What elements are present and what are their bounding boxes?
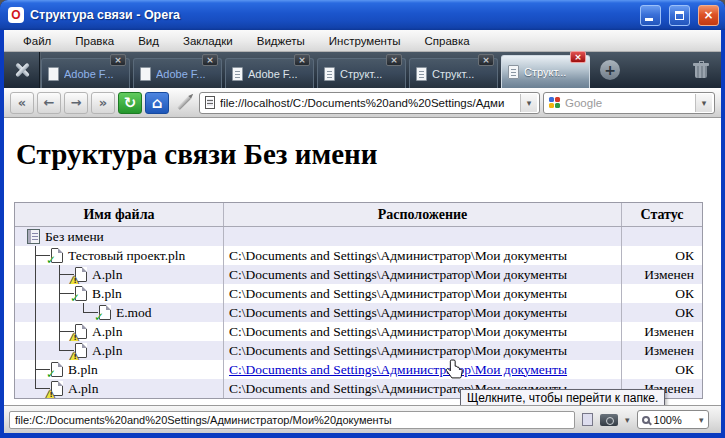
maximize-button[interactable]	[669, 5, 690, 26]
status-link-target: file:/C:/Documents%20and%20Settings/Адми…	[9, 411, 575, 429]
tab-page-icon	[140, 67, 151, 81]
tab[interactable]: Adobe F... ×	[225, 58, 314, 88]
table-row: ▲ A.pln C:\Documents and Settings\Админи…	[15, 341, 702, 360]
column-header-location: Расположение	[224, 203, 622, 226]
table-row: ✓ B.pln C:\Documents and Settings\Админи…	[15, 284, 702, 303]
file-name: B.pln	[68, 362, 98, 378]
tab[interactable]: Структ... ×	[501, 55, 590, 88]
close-button[interactable]: ×	[698, 5, 719, 26]
home-button[interactable]: ⌂	[145, 92, 169, 114]
google-icon	[549, 97, 560, 108]
page-info-icon[interactable]	[582, 413, 593, 426]
zoom-dropdown-icon[interactable]: ▾	[699, 415, 704, 425]
tab-close-button[interactable]: ×	[202, 54, 218, 66]
table-header-row: Имя файла Расположение Статус	[15, 203, 702, 227]
status-cell: Изменен	[622, 341, 702, 360]
forward-button[interactable]: →	[64, 92, 88, 114]
menu-item-файл[interactable]: Файл	[12, 32, 62, 50]
warning-mark-icon: ▲	[70, 349, 78, 360]
menu-item-справка[interactable]: Справка	[414, 32, 481, 50]
zoom-control[interactable]: 100% ▾	[637, 410, 709, 429]
location-cell: C:\Documents and Settings\Администратор\…	[224, 284, 622, 303]
new-tab-button[interactable]: +	[600, 60, 620, 80]
file-icon: ✓	[75, 286, 87, 301]
filename-cell: ✓ Тестовый проект.pln	[15, 246, 224, 265]
menubar: ФайлПравкаВидЗакладкиВиджетыИнструментыС…	[4, 30, 721, 52]
fast-forward-button[interactable]: »	[91, 92, 115, 114]
menu-item-закладки[interactable]: Закладки	[172, 32, 244, 50]
table-row: ▲ A.pln C:\Documents and Settings\Админи…	[15, 265, 702, 284]
addressbar: « ← → » ↻ ⌂ file://localhost/C:/Document…	[4, 88, 721, 118]
minimize-button[interactable]	[640, 5, 661, 26]
mouse-cursor-hand	[444, 358, 464, 386]
search-placeholder: Google	[565, 97, 690, 109]
snapshot-icon[interactable]	[600, 414, 618, 426]
search-field[interactable]: Google ▾	[543, 92, 715, 114]
tab[interactable]: Adobe F... ×	[41, 58, 130, 88]
search-dropdown-button[interactable]: ▾	[695, 94, 712, 112]
location-cell: C:\Documents and Settings\Администратор\…	[224, 303, 622, 322]
tab-label: Структ...	[340, 68, 382, 80]
address-field[interactable]: file://localhost/C:/Documents%20and%20Se…	[199, 92, 540, 114]
link-structure-table: Имя файла Расположение Статус Без имени …	[14, 202, 703, 399]
tree-lines	[25, 303, 97, 322]
snapshot-dropdown-icon[interactable]: ▾	[625, 415, 630, 425]
tab[interactable]: Adobe F... ×	[133, 58, 222, 88]
tree-lines	[25, 284, 73, 303]
table-row: ✓ B.pln C:\Documents and Settings\Админи…	[15, 360, 702, 379]
tree-lines	[25, 322, 73, 341]
table-body: Без имени ✓ Тестовый проект.pln C:\Docum…	[15, 227, 702, 398]
rewind-button[interactable]: «	[10, 92, 34, 114]
tab-page-icon	[508, 65, 519, 79]
tab-label: Adobe F...	[156, 68, 206, 80]
location-cell: C:\Documents and Settings\Администратор\…	[224, 265, 622, 284]
opera-logo-icon: O	[8, 7, 24, 23]
edit-note-button[interactable]	[172, 92, 196, 114]
window-body: ФайлПравкаВидЗакладкиВиджетыИнструментыС…	[4, 30, 721, 433]
tab-close-button[interactable]: ×	[570, 51, 586, 63]
warning-mark-icon: ▲	[70, 273, 78, 284]
location-cell: C:\Documents and Settings\Администратор\…	[224, 322, 622, 341]
menu-item-виджеты[interactable]: Виджеты	[246, 32, 316, 50]
check-mark-icon: ✓	[46, 253, 56, 265]
tab-close-button[interactable]: ×	[110, 54, 126, 66]
tab[interactable]: Структ... ×	[317, 58, 406, 88]
status-cell: Изменен	[622, 322, 702, 341]
quick-settings-button[interactable]	[4, 52, 40, 88]
location-cell: C:\Documents and Settings\Администратор\…	[224, 341, 622, 360]
back-button[interactable]: ←	[37, 92, 61, 114]
tab-close-button[interactable]: ×	[386, 54, 402, 66]
file-icon: ✓	[51, 248, 63, 263]
tree-lines	[25, 265, 73, 284]
filename-cell: Без имени	[15, 227, 224, 246]
maximize-icon	[675, 11, 684, 20]
reload-button[interactable]: ↻	[118, 92, 142, 114]
check-mark-icon: ✓	[94, 310, 104, 322]
tab-label: Adobe F...	[64, 68, 114, 80]
menu-item-правка[interactable]: Правка	[64, 32, 125, 50]
tab-page-icon	[416, 67, 427, 81]
file-icon: ▲	[75, 324, 87, 339]
column-header-status: Статус	[622, 203, 702, 226]
menu-item-инструменты[interactable]: Инструменты	[318, 32, 412, 50]
tab-label: Adobe F...	[248, 68, 298, 80]
address-dropdown-button[interactable]: ▾	[520, 94, 537, 112]
status-cell	[622, 227, 702, 246]
file-icon: ▲	[75, 343, 87, 358]
tab-close-button[interactable]: ×	[478, 54, 494, 66]
tab[interactable]: Структ... ×	[409, 58, 498, 88]
window-bottom-border	[0, 433, 725, 438]
file-name: B.pln	[92, 286, 122, 302]
location-link[interactable]: C:\Documents and Settings\Администратор\…	[229, 362, 567, 378]
file-name: Тестовый проект.pln	[68, 248, 185, 264]
pencil-icon	[177, 95, 191, 109]
table-row: ▲ A.pln C:\Documents and Settings\Админи…	[15, 322, 702, 341]
filename-cell: ✓ B.pln	[15, 284, 224, 303]
page-document-icon	[205, 96, 215, 109]
menu-item-вид[interactable]: Вид	[127, 32, 170, 50]
filename-cell: ▲ A.pln	[15, 322, 224, 341]
tab-close-button[interactable]: ×	[294, 54, 310, 66]
status-cell: Изменен	[622, 265, 702, 284]
location-cell: C:\Documents and Settings\Администратор\…	[224, 246, 622, 265]
closed-tabs-trash-button[interactable]	[693, 61, 709, 79]
